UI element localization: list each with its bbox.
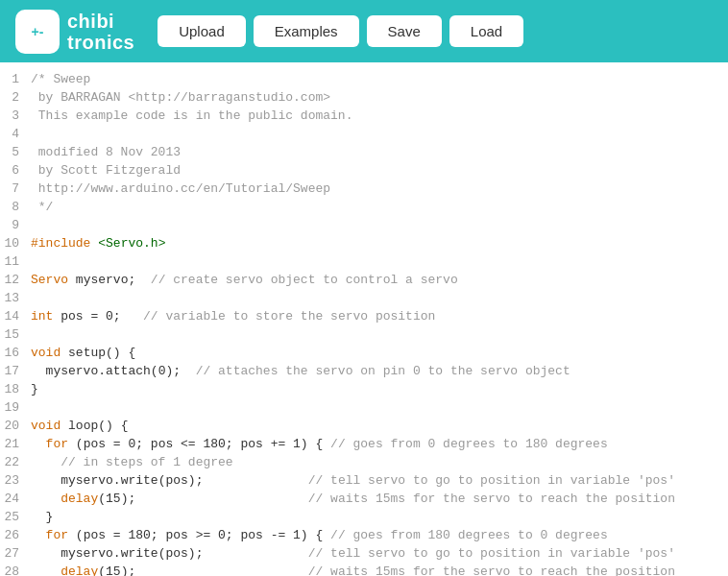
logo-line2: tronics xyxy=(67,32,134,53)
code-line: 17 myservo.attach(0); // attaches the se… xyxy=(0,362,728,380)
line-number: 7 xyxy=(0,180,31,198)
nav-buttons: Upload Examples Save Load xyxy=(158,15,523,47)
line-number: 6 xyxy=(0,161,31,180)
code-line: 27 myservo.write(pos); // tell servo to … xyxy=(0,544,728,563)
line-content: for (pos = 0; pos <= 180; pos += 1) { //… xyxy=(31,435,728,453)
line-content: */ xyxy=(31,198,728,216)
code-line: 20void loop() { xyxy=(0,417,728,435)
code-line: 18} xyxy=(0,380,728,398)
line-content xyxy=(31,125,728,143)
code-line: 21 for (pos = 0; pos <= 180; pos += 1) {… xyxy=(0,435,728,453)
code-line: 4 xyxy=(0,125,728,143)
line-number: 18 xyxy=(0,380,31,398)
line-number: 26 xyxy=(0,526,31,544)
line-number: 28 xyxy=(0,563,31,576)
line-number: 10 xyxy=(0,234,31,252)
line-number: 24 xyxy=(0,490,31,508)
line-content: myservo.attach(0); // attaches the servo… xyxy=(31,362,728,380)
line-number: 27 xyxy=(0,544,31,563)
code-line: 6 by Scott Fitzgerald xyxy=(0,161,728,180)
line-number: 25 xyxy=(0,508,31,526)
line-number: 12 xyxy=(0,271,31,289)
line-content: delay(15); // waits 15ms for the servo t… xyxy=(31,563,728,576)
code-line: 22 // in steps of 1 degree xyxy=(0,453,728,471)
code-line: 25 } xyxy=(0,508,728,526)
logo-icon: +- xyxy=(15,10,60,54)
line-content: } xyxy=(31,508,728,526)
line-number: 11 xyxy=(0,252,31,271)
code-line: 9 xyxy=(0,216,728,234)
line-content: This example code is in the public domai… xyxy=(31,107,728,125)
line-content: void setup() { xyxy=(31,344,728,362)
code-line: 3 This example code is in the public dom… xyxy=(0,107,728,125)
code-line: 13 xyxy=(0,289,728,307)
line-number: 19 xyxy=(0,398,31,417)
line-content: http://www.arduino.cc/en/Tutorial/Sweep xyxy=(31,180,728,198)
code-line: 10#include <Servo.h> xyxy=(0,234,728,252)
line-number: 15 xyxy=(0,325,31,344)
code-line: 23 myservo.write(pos); // tell servo to … xyxy=(0,471,728,490)
line-number: 5 xyxy=(0,143,31,161)
line-content: } xyxy=(31,380,728,398)
code-line: 16void setup() { xyxy=(0,344,728,362)
line-content: Servo myservo; // create servo object to… xyxy=(31,271,728,289)
load-button[interactable]: Load xyxy=(449,15,523,47)
line-number: 14 xyxy=(0,307,31,325)
line-content: by Scott Fitzgerald xyxy=(31,161,728,180)
header: +- chibi tronics Upload Examples Save Lo… xyxy=(0,0,728,62)
code-line: 5 modified 8 Nov 2013 xyxy=(0,143,728,161)
line-content: by BARRAGAN <http://barraganstudio.com> xyxy=(31,88,728,107)
line-number: 9 xyxy=(0,216,31,234)
line-content: // in steps of 1 degree xyxy=(31,453,728,471)
line-content xyxy=(31,325,728,344)
logo-text: chibi tronics xyxy=(67,11,134,53)
line-content: void loop() { xyxy=(31,417,728,435)
line-content xyxy=(31,216,728,234)
line-content xyxy=(31,398,728,417)
examples-button[interactable]: Examples xyxy=(254,15,359,47)
line-content: myservo.write(pos); // tell servo to go … xyxy=(31,544,728,563)
code-line: 1/* Sweep xyxy=(0,70,728,88)
line-number: 16 xyxy=(0,344,31,362)
code-line: 19 xyxy=(0,398,728,417)
line-number: 8 xyxy=(0,198,31,216)
line-number: 21 xyxy=(0,435,31,453)
code-line: 14int pos = 0; // variable to store the … xyxy=(0,307,728,325)
line-content: /* Sweep xyxy=(31,70,728,88)
upload-button[interactable]: Upload xyxy=(158,15,246,47)
line-content: modified 8 Nov 2013 xyxy=(31,143,728,161)
line-number: 13 xyxy=(0,289,31,307)
save-button[interactable]: Save xyxy=(367,15,442,47)
line-content xyxy=(31,289,728,307)
code-line: 11 xyxy=(0,252,728,271)
line-number: 17 xyxy=(0,362,31,380)
code-line: 28 delay(15); // waits 15ms for the serv… xyxy=(0,563,728,576)
line-number: 22 xyxy=(0,453,31,471)
code-line: 15 xyxy=(0,325,728,344)
line-content xyxy=(31,252,728,271)
code-line: 26 for (pos = 180; pos >= 0; pos -= 1) {… xyxy=(0,526,728,544)
line-number: 2 xyxy=(0,88,31,107)
line-number: 20 xyxy=(0,417,31,435)
line-content: delay(15); // waits 15ms for the servo t… xyxy=(31,490,728,508)
code-line: 2 by BARRAGAN <http://barraganstudio.com… xyxy=(0,88,728,107)
code-line: 8 */ xyxy=(0,198,728,216)
code-line: 24 delay(15); // waits 15ms for the serv… xyxy=(0,490,728,508)
line-number: 1 xyxy=(0,70,31,88)
logo-symbol: +- xyxy=(32,25,44,38)
logo: +- chibi tronics xyxy=(15,10,134,54)
line-content: myservo.write(pos); // tell servo to go … xyxy=(31,471,728,490)
code-editor[interactable]: 1/* Sweep2 by BARRAGAN <http://barragans… xyxy=(0,62,728,576)
line-content: for (pos = 180; pos >= 0; pos -= 1) { //… xyxy=(31,526,728,544)
code-line: 7 http://www.arduino.cc/en/Tutorial/Swee… xyxy=(0,180,728,198)
logo-line1: chibi xyxy=(67,11,134,32)
line-content: #include <Servo.h> xyxy=(31,234,728,252)
line-number: 4 xyxy=(0,125,31,143)
line-number: 3 xyxy=(0,107,31,125)
line-content: int pos = 0; // variable to store the se… xyxy=(31,307,728,325)
code-line: 12Servo myservo; // create servo object … xyxy=(0,271,728,289)
line-number: 23 xyxy=(0,471,31,490)
